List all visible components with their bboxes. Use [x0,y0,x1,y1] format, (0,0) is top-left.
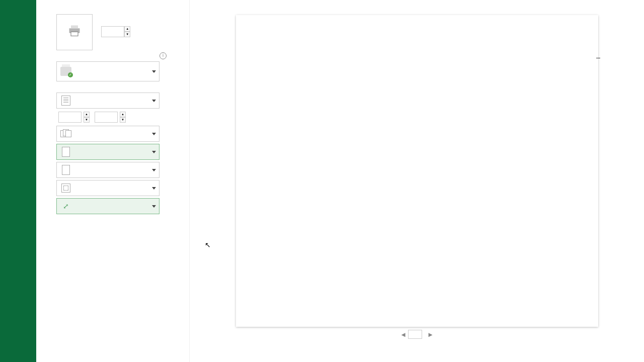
pages-row: ▲▼ ▲▼ [56,112,189,123]
chevron-down-icon [152,169,156,171]
ruler-right [596,58,600,58]
copies-down[interactable]: ▼ [124,32,130,37]
sheets-icon [60,95,72,107]
svg-rect-2 [71,32,78,36]
chevron-down-icon [152,187,156,190]
chevron-down-icon [152,100,156,102]
chevron-down-icon [152,70,156,73]
fit-icon: ⤢ [60,200,72,212]
orientation-select[interactable] [56,144,159,160]
print-button[interactable] [56,14,93,50]
a4-icon [60,164,72,176]
backstage-nav [0,0,36,362]
page-input[interactable] [408,330,422,339]
chevron-down-icon [152,205,156,208]
print-what-select[interactable] [56,93,159,109]
page-preview [236,15,598,327]
scaling-select[interactable]: ⤢ [56,198,159,214]
margins-select[interactable] [56,180,159,196]
preview-area: ◄ ► [190,0,644,362]
chevron-down-icon [152,151,156,153]
down[interactable]: ▼ [120,117,126,123]
svg-rect-1 [71,26,78,29]
copies-row: ▲▼ [100,26,130,37]
collate-icon [60,128,72,140]
copies-input[interactable] [101,26,124,37]
pages-from-input[interactable] [58,112,82,123]
margins-icon [60,182,72,194]
printer-status-icon: ✓ [60,65,72,77]
portrait-icon [60,146,72,158]
printer-icon [67,25,82,37]
copies-up[interactable]: ▲ [124,26,130,32]
down[interactable]: ▼ [84,117,90,123]
chevron-down-icon [152,133,156,135]
next-page-button[interactable]: ► [426,330,435,339]
paper-select[interactable] [56,162,159,178]
pages-to-input[interactable] [95,112,118,123]
collate-select[interactable] [56,126,159,142]
pager: ◄ ► [399,330,435,339]
prev-page-button[interactable]: ◄ [399,330,408,339]
printer-select[interactable]: ✓ [56,61,159,81]
info-icon[interactable]: i [159,52,167,59]
print-sidebar: ▲▼ i ✓ ▲▼ ▲▼ [36,0,190,362]
main: ▲▼ i ✓ ▲▼ ▲▼ [36,0,644,362]
up[interactable]: ▲ [84,112,90,117]
up[interactable]: ▲ [120,112,126,117]
